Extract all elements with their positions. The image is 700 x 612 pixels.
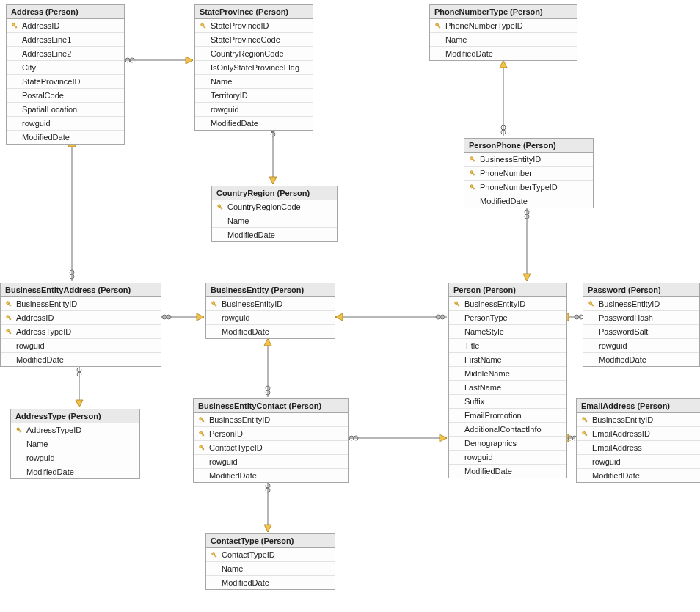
column-row[interactable]: AddressID — [1, 311, 161, 325]
column-row[interactable]: BusinessEntityID — [449, 297, 566, 311]
column-row[interactable]: Name — [11, 437, 139, 451]
column-row[interactable]: MiddleName — [449, 367, 566, 381]
column-name: ModifiedDate — [208, 471, 257, 480]
entity-address[interactable]: Address (Person) AddressIDAddressLine1Ad… — [6, 4, 125, 145]
column-name: ContactTypeID — [208, 443, 263, 452]
column-row[interactable]: rowguid — [195, 103, 313, 117]
column-row[interactable]: PersonType — [449, 311, 566, 325]
column-row[interactable]: AddressTypeID — [1, 325, 161, 339]
entity-businessentitycontact[interactable]: BusinessEntityContact (Person) BusinessE… — [193, 398, 349, 483]
column-row[interactable]: NameStyle — [449, 325, 566, 339]
column-row[interactable]: EmailAddressID — [577, 427, 700, 441]
column-row[interactable]: ModifiedDate — [206, 576, 335, 589]
column-row[interactable]: ModifiedDate — [7, 131, 124, 144]
entity-emailaddress[interactable]: EmailAddress (Person) BusinessEntityIDEm… — [576, 398, 700, 483]
column-row[interactable]: rowguid — [449, 451, 566, 465]
column-name: BusinessEntityID — [208, 415, 270, 424]
column-row[interactable]: AddressLine2 — [7, 47, 124, 61]
entity-personphone[interactable]: PersonPhone (Person) BusinessEntityIDPho… — [464, 138, 594, 208]
column-row[interactable]: FirstName — [449, 353, 566, 367]
column-row[interactable]: PersonID — [194, 427, 348, 441]
entity-password[interactable]: Password (Person) BusinessEntityIDPasswo… — [583, 283, 700, 367]
entity-contacttype[interactable]: ContactType (Person) ContactTypeIDNameMo… — [205, 533, 335, 590]
entity-countryregion[interactable]: CountryRegion (Person) CountryRegionCode… — [211, 186, 338, 242]
column-row[interactable]: AddressLine1 — [7, 33, 124, 47]
column-row[interactable]: ModifiedDate — [195, 117, 313, 130]
column-row[interactable]: StateProvinceID — [7, 75, 124, 89]
entity-person[interactable]: Person (Person) BusinessEntityIDPersonTy… — [448, 283, 567, 478]
primary-key-icon — [467, 156, 478, 163]
column-row[interactable]: Name — [430, 33, 577, 47]
column-row[interactable]: rowguid — [206, 311, 335, 325]
column-row[interactable]: IsOnlyStateProvinceFlag — [195, 61, 313, 75]
column-row[interactable]: PhoneNumber — [464, 167, 593, 181]
column-row[interactable]: rowguid — [7, 117, 124, 131]
column-row[interactable]: ModifiedDate — [11, 465, 139, 478]
column-name: CountryRegionCode — [209, 49, 284, 58]
column-row[interactable]: BusinessEntityID — [577, 413, 700, 427]
entity-title: BusinessEntityAddress (Person) — [1, 283, 161, 297]
column-row[interactable]: ModifiedDate — [577, 469, 700, 482]
column-row[interactable]: PasswordHash — [583, 311, 699, 325]
column-name: ModifiedDate — [597, 355, 646, 364]
column-row[interactable]: rowguid — [577, 455, 700, 469]
column-row[interactable]: ModifiedDate — [583, 353, 699, 366]
column-row[interactable]: rowguid — [194, 455, 348, 469]
column-name: NameStyle — [463, 327, 504, 336]
column-row[interactable]: EmailPromotion — [449, 409, 566, 423]
column-name: rowguid — [25, 453, 55, 462]
column-row[interactable]: BusinessEntityID — [194, 413, 348, 427]
column-row[interactable]: ModifiedDate — [1, 353, 161, 366]
column-row[interactable]: SpatialLocation — [7, 103, 124, 117]
column-row[interactable]: Name — [212, 214, 337, 228]
primary-key-icon — [196, 416, 208, 423]
column-row[interactable]: AdditionalContactInfo — [449, 423, 566, 437]
column-row[interactable]: CountryRegionCode — [212, 200, 337, 214]
column-row[interactable]: BusinessEntityID — [1, 297, 161, 311]
column-row[interactable]: ModifiedDate — [430, 47, 577, 60]
column-row[interactable]: PostalCode — [7, 89, 124, 103]
column-row[interactable]: EmailAddress — [577, 441, 700, 455]
column-row[interactable]: TerritoryID — [195, 89, 313, 103]
entity-title: Password (Person) — [583, 283, 699, 297]
column-row[interactable]: PasswordSalt — [583, 325, 699, 339]
column-row[interactable]: PhoneNumberTypeID — [464, 181, 593, 194]
entity-businessentity[interactable]: BusinessEntity (Person) BusinessEntityID… — [205, 283, 335, 339]
column-row[interactable]: Name — [195, 75, 313, 89]
column-row[interactable]: CountryRegionCode — [195, 47, 313, 61]
column-row[interactable]: ModifiedDate — [206, 325, 335, 338]
column-row[interactable]: AddressTypeID — [11, 423, 139, 437]
column-row[interactable]: ContactTypeID — [206, 548, 335, 562]
column-row[interactable]: Suffix — [449, 395, 566, 409]
entity-phonenumbertype[interactable]: PhoneNumberType (Person) PhoneNumberType… — [429, 4, 577, 61]
column-row[interactable]: AddressID — [7, 19, 124, 33]
column-name: MiddleName — [463, 369, 510, 378]
column-row[interactable]: LastName — [449, 381, 566, 395]
column-row[interactable]: BusinessEntityID — [206, 297, 335, 311]
column-row[interactable]: rowguid — [1, 339, 161, 353]
column-row[interactable]: ModifiedDate — [212, 228, 337, 241]
column-row[interactable]: ModifiedDate — [194, 469, 348, 482]
entity-stateprovince[interactable]: StateProvince (Person) StateProvinceIDSt… — [194, 4, 313, 131]
entity-title: CountryRegion (Person) — [212, 186, 337, 200]
column-row[interactable]: BusinessEntityID — [464, 153, 593, 167]
column-row[interactable]: PhoneNumberTypeID — [430, 19, 577, 33]
column-row[interactable]: StateProvinceCode — [195, 33, 313, 47]
column-row[interactable]: ContactTypeID — [194, 441, 348, 455]
column-row[interactable]: BusinessEntityID — [583, 297, 699, 311]
column-name: ModifiedDate — [15, 355, 64, 364]
column-row[interactable]: Demographics — [449, 437, 566, 451]
column-row[interactable]: Title — [449, 339, 566, 353]
column-name: Name — [220, 564, 243, 573]
column-name: LastName — [463, 383, 501, 392]
entity-businessentityaddress[interactable]: BusinessEntityAddress (Person) BusinessE… — [0, 283, 161, 367]
column-row[interactable]: StateProvinceID — [195, 19, 313, 33]
column-row[interactable]: ModifiedDate — [449, 465, 566, 478]
entity-title: BusinessEntityContact (Person) — [194, 399, 348, 413]
column-row[interactable]: rowguid — [583, 339, 699, 353]
column-row[interactable]: rowguid — [11, 451, 139, 465]
column-row[interactable]: ModifiedDate — [464, 194, 593, 208]
entity-addresstype[interactable]: AddressType (Person) AddressTypeIDNamero… — [10, 409, 140, 479]
column-row[interactable]: City — [7, 61, 124, 75]
column-row[interactable]: Name — [206, 562, 335, 576]
